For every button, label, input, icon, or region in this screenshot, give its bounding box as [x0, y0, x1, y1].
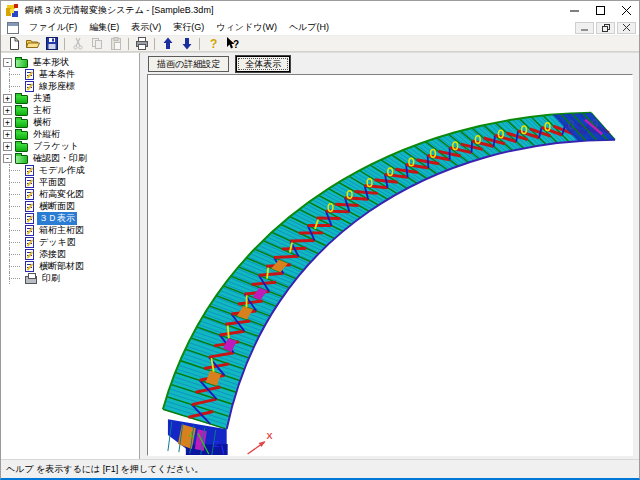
tree-expand-box[interactable]: + — [3, 106, 12, 115]
document-icon — [25, 201, 34, 212]
document-icon — [25, 261, 34, 272]
tree-panel: - 基本形状 基本条件 線形座標 + 共通 + 主 — [1, 53, 140, 459]
document-icon — [25, 69, 34, 80]
mdi-document-icon[interactable] — [7, 22, 20, 34]
toolbar-separator — [199, 38, 200, 50]
menu-help[interactable]: ヘルプ(H) — [283, 20, 335, 35]
folder-closed-icon — [15, 131, 28, 140]
3d-viewport[interactable]: YZX — [147, 74, 633, 456]
tree-item-cross-section[interactable]: 横断面図 — [1, 200, 139, 212]
folder-closed-icon — [15, 95, 28, 104]
copy-button[interactable] — [87, 36, 106, 51]
folder-open-icon — [15, 155, 28, 164]
tree-item-bracket[interactable]: + ブラケット — [1, 140, 139, 152]
tree-item-basic-condition[interactable]: 基本条件 — [1, 68, 139, 80]
menu-file[interactable]: ファイル(F) — [23, 20, 83, 35]
tree-connector — [3, 212, 25, 224]
tree-item-main-girder[interactable]: + 主桁 — [1, 104, 139, 116]
draw-detail-settings-button[interactable]: 描画の詳細設定 — [148, 56, 229, 72]
paste-button[interactable] — [106, 36, 125, 51]
app-window: 鋼橋 3 次元情報変換システム - [SampleB.3dm] ファイル(F) … — [0, 0, 640, 480]
svg-text:Z: Z — [214, 439, 220, 449]
maximize-button[interactable] — [587, 1, 613, 20]
document-icon — [25, 249, 34, 260]
tree-collapse-box[interactable]: - — [3, 154, 12, 163]
tree-item-cross-girder[interactable]: + 横桁 — [1, 116, 139, 128]
menu-view[interactable]: 表示(V) — [125, 20, 167, 35]
minimize-button[interactable] — [561, 1, 587, 20]
tree-connector — [3, 236, 25, 248]
svg-text:?: ? — [233, 39, 239, 50]
fit-view-button[interactable]: 全体表示 — [236, 56, 290, 72]
tree-item-outer-stringer[interactable]: + 外縦桁 — [1, 128, 139, 140]
tree-connector — [3, 272, 25, 284]
tree-item-basic-shape[interactable]: - 基本形状 — [1, 56, 139, 68]
tree-item-girder-height-variation[interactable]: 桁高変化図 — [1, 188, 139, 200]
folder-open-icon — [15, 59, 28, 68]
tree-connector — [3, 176, 25, 188]
tree-expand-box[interactable]: + — [3, 118, 12, 127]
close-button[interactable] — [613, 1, 639, 20]
window-controls — [561, 1, 639, 20]
move-down-button[interactable] — [177, 36, 196, 51]
right-panel: 描画の詳細設定 全体表示 YZX — [146, 53, 639, 459]
tree-item-check-print[interactable]: - 確認図・印刷 — [1, 152, 139, 164]
document-icon — [25, 225, 34, 236]
print-icon — [134, 36, 150, 51]
open-file-icon — [25, 36, 41, 51]
print-button[interactable] — [132, 36, 151, 51]
tree-collapse-box[interactable]: - — [3, 58, 12, 67]
tree-expand-box[interactable]: + — [3, 142, 12, 151]
svg-text:?: ? — [210, 37, 217, 51]
save-button[interactable] — [42, 36, 61, 51]
status-bar: ヘルプ を表示するには [F1] を押してください。 — [1, 459, 639, 478]
main-area: - 基本形状 基本条件 線形座標 + 共通 + 主 — [1, 52, 639, 459]
document-icon — [25, 165, 34, 176]
copy-icon — [89, 36, 105, 51]
tree-item-plan-view[interactable]: 平面図 — [1, 176, 139, 188]
mdi-close-button[interactable] — [617, 22, 636, 34]
document-icon — [25, 177, 34, 188]
tree-item-print[interactable]: 印刷 — [1, 272, 139, 284]
tree-item-splice[interactable]: 添接図 — [1, 248, 139, 260]
mdi-restore-button[interactable] — [596, 22, 615, 34]
printer-icon — [25, 276, 37, 284]
menu-window[interactable]: ウィンドウ(W) — [210, 20, 283, 35]
tree-connector — [3, 248, 25, 260]
mdi-minimize-button[interactable] — [575, 22, 594, 34]
mdi-close-icon — [623, 24, 630, 31]
tree-item-cross-member[interactable]: 横断部材図 — [1, 260, 139, 272]
tree-expand-box[interactable]: + — [3, 94, 12, 103]
document-icon — [25, 213, 34, 224]
tree-item-box-main-girder[interactable]: 箱桁主桁図 — [1, 224, 139, 236]
menu-edit[interactable]: 編集(E) — [83, 20, 125, 35]
app-icon — [5, 3, 21, 19]
tree-connector — [3, 200, 25, 212]
status-text: ヘルプ を表示するには [F1] を押してください。 — [6, 463, 203, 476]
menu-run[interactable]: 実行(G) — [167, 20, 210, 35]
down-arrow-icon — [179, 36, 195, 51]
tree-item-alignment-coords[interactable]: 線形座標 — [1, 80, 139, 92]
context-help-button[interactable]: ? — [222, 36, 241, 51]
toolbar-separator — [128, 38, 129, 50]
toolbar-separator — [154, 38, 155, 50]
maximize-icon — [596, 6, 605, 15]
cut-button[interactable] — [68, 36, 87, 51]
tree-item-deck[interactable]: デッキ図 — [1, 236, 139, 248]
title-bar: 鋼橋 3 次元情報変換システム - [SampleB.3dm] — [1, 1, 639, 20]
tree-expand-box[interactable]: + — [3, 130, 12, 139]
open-file-button[interactable] — [23, 36, 42, 51]
tree-connector — [3, 260, 25, 272]
document-icon — [25, 189, 34, 200]
mdi-window-controls — [575, 22, 639, 34]
move-up-button[interactable] — [158, 36, 177, 51]
new-file-button[interactable] — [4, 36, 23, 51]
tree-connector — [3, 224, 25, 236]
tree-connector — [3, 188, 25, 200]
folder-closed-icon — [15, 143, 28, 152]
tree-item-model-create[interactable]: モデル作成 — [1, 164, 139, 176]
tree-item-common[interactable]: + 共通 — [1, 92, 139, 104]
save-icon — [44, 36, 60, 51]
tree-item-3d-view[interactable]: ３Ｄ表示 — [1, 212, 139, 224]
help-button[interactable]: ? — [203, 36, 222, 51]
